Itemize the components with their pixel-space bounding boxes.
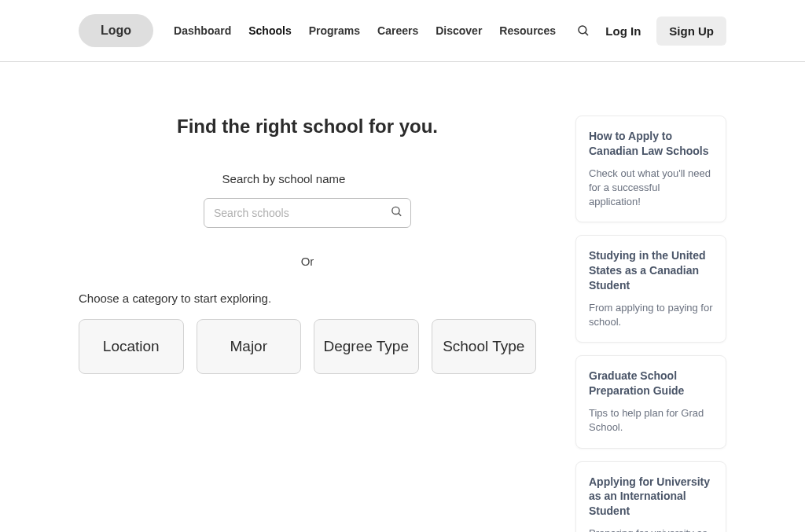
- auth-actions: Log In Sign Up: [601, 17, 726, 46]
- search-input[interactable]: [204, 198, 411, 228]
- signup-button[interactable]: Sign Up: [656, 17, 726, 46]
- page-title: Find the right school for you.: [126, 116, 489, 138]
- logo[interactable]: Logo: [79, 14, 153, 47]
- login-button[interactable]: Log In: [601, 18, 645, 44]
- content: Find the right school for you. Search by…: [0, 62, 805, 532]
- nav-programs[interactable]: Programs: [309, 24, 360, 37]
- category-major[interactable]: Major: [197, 319, 302, 374]
- category-location[interactable]: Location: [79, 319, 184, 374]
- svg-point-0: [579, 26, 586, 34]
- search-icon[interactable]: [576, 24, 590, 38]
- sidebar-card-title: Applying for University as an Internatio…: [589, 475, 713, 519]
- nav-resources[interactable]: Resources: [499, 24, 556, 37]
- sidebar-card-desc: From applying to paying for school.: [589, 301, 713, 329]
- main-column: Find the right school for you. Search by…: [79, 116, 536, 532]
- sidebar-card-desc: Preparing for university as an internati…: [589, 526, 713, 532]
- sidebar-card[interactable]: Applying for University as an Internatio…: [575, 461, 726, 532]
- nav-discover[interactable]: Discover: [436, 24, 482, 37]
- search-block: Search by school name: [79, 172, 536, 228]
- main-nav: Dashboard Schools Programs Careers Disco…: [174, 24, 601, 38]
- category-school-type[interactable]: School Type: [432, 319, 537, 374]
- nav-dashboard[interactable]: Dashboard: [174, 24, 231, 37]
- or-divider: Or: [79, 255, 536, 268]
- search-input-wrap: [204, 198, 411, 228]
- category-degree-type[interactable]: Degree Type: [314, 319, 419, 374]
- nav-schools[interactable]: Schools: [248, 24, 291, 37]
- sidebar-card-desc: Tips to help plan for Grad School.: [589, 406, 713, 435]
- sidebar-card[interactable]: Studying in the United States as a Canad…: [575, 235, 726, 343]
- sidebar: How to Apply to Canadian Law Schools Che…: [575, 116, 726, 532]
- sidebar-card-title: Graduate School Preparation Guide: [589, 369, 713, 398]
- nav-careers[interactable]: Careers: [377, 24, 418, 37]
- search-label: Search by school name: [222, 172, 346, 185]
- category-grid: Location Major Degree Type School Type: [79, 319, 536, 374]
- sidebar-card-title: Studying in the United States as a Canad…: [589, 248, 713, 293]
- sidebar-card[interactable]: Graduate School Preparation Guide Tips t…: [575, 355, 726, 448]
- svg-line-1: [585, 32, 588, 35]
- header: Logo Dashboard Schools Programs Careers …: [0, 0, 805, 62]
- sidebar-card[interactable]: How to Apply to Canadian Law Schools Che…: [575, 116, 726, 222]
- sidebar-card-desc: Check out what you'll need for a success…: [589, 167, 713, 210]
- sidebar-card-title: How to Apply to Canadian Law Schools: [589, 129, 713, 159]
- category-prompt: Choose a category to start exploring.: [79, 292, 536, 305]
